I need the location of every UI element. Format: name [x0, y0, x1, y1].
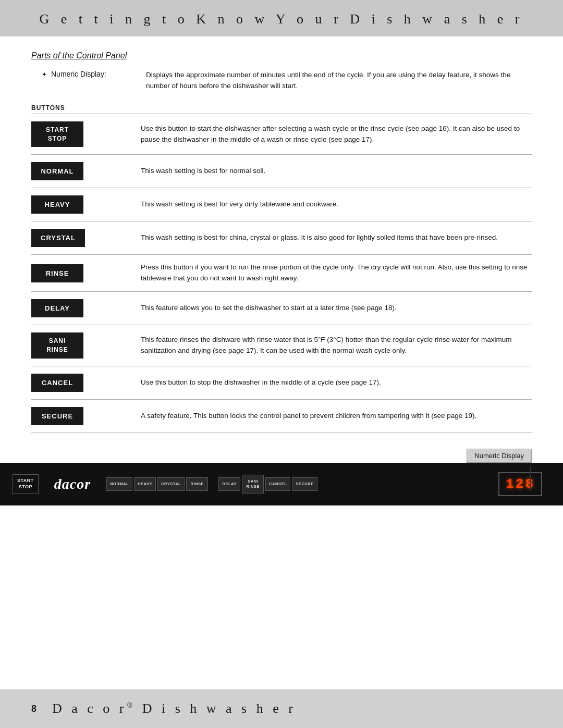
cp-brand-logo: dacor: [54, 476, 91, 492]
buttons-table: STARTSTOPUse this button to start the di…: [31, 114, 532, 433]
button-cell: DELAY: [31, 292, 136, 325]
cp-secure-button[interactable]: SECURE: [292, 477, 317, 491]
cp-numeric-display: 128: [498, 472, 542, 496]
callout-box: Numeric Display: [467, 449, 532, 463]
table-row: CANCELUse this button to stop the dishwa…: [31, 366, 532, 399]
callout-line: [530, 466, 531, 490]
cp-sani-rinse-button[interactable]: SANIRINSE: [242, 475, 264, 493]
numeric-display-label-text: Numeric Display:: [51, 70, 106, 78]
button-crystal-label[interactable]: CRYSTAL: [31, 229, 85, 247]
cp-crystal-button[interactable]: CRYSTAL: [157, 477, 185, 491]
description-cell: Use this button to start the dishwasher …: [136, 114, 532, 155]
description-cell: A safety feature. This button locks the …: [136, 399, 532, 433]
buttons-heading: BUTTONS: [31, 104, 532, 112]
footer-brand: D a c o r® D i s h w a s h e r: [52, 701, 296, 716]
cp-start-stop-button[interactable]: STARTSTOP: [13, 474, 39, 493]
button-cell: SECURE: [31, 399, 136, 433]
table-row: NORMALThis wash setting is best for norm…: [31, 155, 532, 188]
table-row: DELAYThis feature allows you to set the …: [31, 292, 532, 325]
button-heavy-label[interactable]: HEAVY: [31, 195, 83, 214]
control-panel-bar: STARTSTOP dacor NORMAL HEAVY CRYSTAL RIN…: [0, 463, 563, 505]
button-start-label[interactable]: STARTSTOP: [31, 121, 83, 147]
footer-title: D a c o r® D i s h w a s h e r: [52, 701, 296, 717]
description-cell: This wash setting is best for normal soi…: [136, 155, 532, 188]
description-cell: This wash setting is best for china, cry…: [136, 221, 532, 255]
description-cell: This wash setting is best for very dirty…: [136, 188, 532, 221]
cp-cancel-button[interactable]: CANCEL: [265, 477, 290, 491]
cp-buttons-group-2: DELAY SANIRINSE CANCEL SECURE: [218, 475, 317, 493]
bullet-icon: ✦: [42, 71, 47, 78]
page-header: G e t t i n g t o K n o w Y o u r D i s …: [0, 0, 563, 36]
table-row: SANIRINSEThis feature rinses the dishwar…: [31, 325, 532, 366]
button-normal-label[interactable]: NORMAL: [31, 162, 83, 180]
description-cell: Press this button if you want to run the…: [136, 255, 532, 292]
illustration-wrapper: Numeric Display STARTSTOP dacor NORMAL H…: [0, 449, 563, 505]
main-content: Parts of the Control Panel ✦ Numeric Dis…: [0, 36, 563, 433]
button-delay-label[interactable]: DELAY: [31, 299, 83, 317]
button-secure-label[interactable]: SECURE: [31, 407, 83, 425]
description-cell: Use this button to stop the dishwasher i…: [136, 366, 532, 399]
description-cell: This feature allows you to set the dishw…: [136, 292, 532, 325]
button-rinse-label[interactable]: RINSE: [31, 264, 83, 282]
button-cell: SANIRINSE: [31, 325, 136, 366]
numeric-display-description: Displays the approximate number of minut…: [146, 70, 532, 92]
callout-area: Numeric Display: [0, 449, 563, 463]
table-row: SECUREA safety feature. This button lock…: [31, 399, 532, 433]
button-cell: CANCEL: [31, 366, 136, 399]
table-row: CRYSTALThis wash setting is best for chi…: [31, 221, 532, 255]
button-sani-label[interactable]: SANIRINSE: [31, 332, 83, 359]
trademark-symbol: ®: [127, 701, 136, 709]
description-cell: This feature rinses the dishware with ri…: [136, 325, 532, 366]
page-footer: 8 D a c o r® D i s h w a s h e r: [0, 689, 563, 728]
table-row: STARTSTOPUse this button to start the di…: [31, 114, 532, 155]
button-cell: STARTSTOP: [31, 114, 136, 155]
page-number: 8: [31, 704, 36, 714]
numeric-display-label: ✦ Numeric Display:: [42, 70, 146, 78]
button-cell: CRYSTAL: [31, 221, 136, 255]
cp-heavy-button[interactable]: HEAVY: [134, 477, 156, 491]
cp-rinse-button[interactable]: RINSE: [186, 477, 208, 491]
cp-delay-button[interactable]: DELAY: [218, 477, 240, 491]
button-cell: RINSE: [31, 255, 136, 292]
button-cell: HEAVY: [31, 188, 136, 221]
cp-buttons-group: NORMAL HEAVY CRYSTAL RINSE: [106, 477, 208, 491]
button-cell: NORMAL: [31, 155, 136, 188]
brand-text: dacor: [54, 476, 91, 492]
header-title: G e t t i n g t o K n o w Y o u r D i s …: [39, 11, 523, 27]
table-row: RINSEPress this button if you want to ru…: [31, 255, 532, 292]
table-row: HEAVYThis wash setting is best for very …: [31, 188, 532, 221]
button-cancel-label[interactable]: CANCEL: [31, 374, 83, 392]
numeric-display-row: ✦ Numeric Display: Displays the approxim…: [31, 70, 532, 92]
cp-normal-button[interactable]: NORMAL: [106, 477, 132, 491]
section-title: Parts of the Control Panel: [31, 51, 532, 60]
